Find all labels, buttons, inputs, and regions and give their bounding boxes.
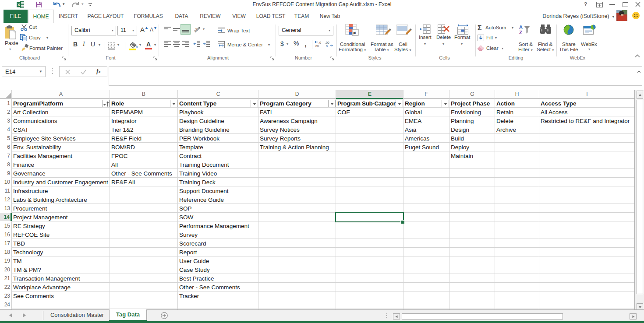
- svg-text:.00: .00: [325, 41, 329, 44]
- svg-text:Z: Z: [519, 30, 522, 35]
- svg-text:.0: .0: [318, 41, 321, 44]
- svg-text:.0: .0: [325, 45, 328, 48]
- svg-text:A: A: [519, 25, 523, 30]
- svg-text:.00: .00: [315, 45, 319, 48]
- svg-text:≠: ≠: [353, 30, 356, 35]
